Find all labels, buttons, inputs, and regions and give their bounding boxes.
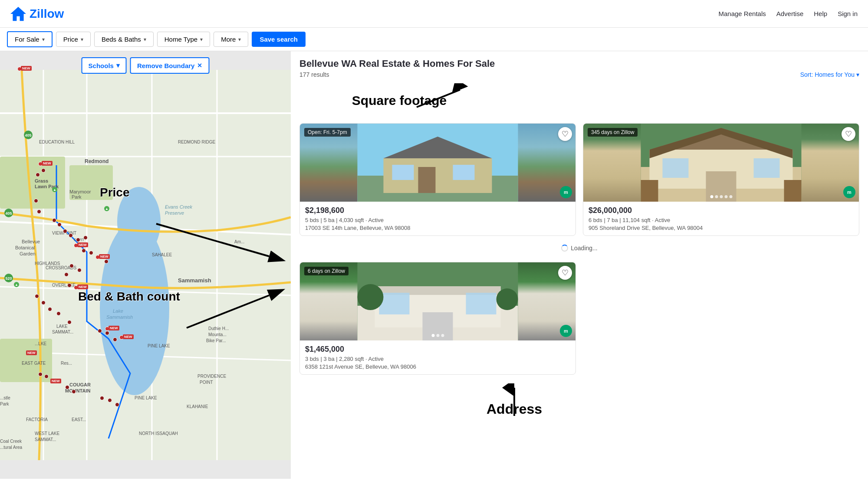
map-pin-new-label[interactable]: NEW [42, 161, 53, 166]
map-pin[interactable] [67, 320, 72, 324]
map-pin[interactable] [69, 233, 73, 238]
card-details: 3 bds | 3 ba | 2,280 sqft · Active [305, 356, 570, 362]
map-pin[interactable] [67, 283, 72, 288]
svg-rect-94 [663, 158, 689, 178]
svg-text:OVERLAKE: OVERLAKE [52, 283, 76, 288]
map-pin-new-label[interactable]: NEW [108, 326, 119, 330]
map-pin[interactable] [64, 272, 69, 277]
map-pin[interactable] [41, 301, 46, 305]
listings-panel: Bellevue WA Real Estate & Homes For Sale… [291, 51, 868, 479]
map-pin[interactable] [72, 389, 76, 394]
map-pin[interactable] [83, 235, 88, 240]
advertise-link[interactable]: Advertise [776, 10, 804, 17]
favorite-button[interactable]: ♡ [842, 127, 855, 141]
svg-text:...LKE: ...LKE [35, 341, 47, 346]
map-pin[interactable] [82, 249, 86, 253]
listing-card[interactable]: 6 days on Zillow ♡ m $1,465,000 3 bds | … [299, 262, 576, 375]
svg-rect-95 [754, 158, 780, 178]
svg-text:Park: Park [0, 402, 10, 406]
map-pin-new-label[interactable]: NEW [123, 334, 134, 339]
svg-rect-105 [466, 293, 496, 314]
map-pin[interactable] [48, 307, 52, 311]
map-pin-new-label[interactable]: NEW [21, 66, 32, 71]
map-pin[interactable] [76, 238, 80, 242]
map-pin[interactable] [57, 222, 62, 227]
map-pin-new-label[interactable]: NEW [26, 350, 37, 355]
main-content: 405 520 405 Grass Lawn Park Redmond Mary… [0, 51, 868, 479]
map-pin[interactable] [38, 372, 43, 376]
map-pin[interactable] [44, 374, 49, 379]
map-pin[interactable] [65, 385, 69, 389]
schools-button[interactable]: Schools ▾ [82, 57, 127, 74]
beds-baths-filter-button[interactable]: Beds & Baths ▾ [94, 32, 154, 47]
favorite-button[interactable]: ♡ [558, 266, 572, 280]
favorite-button[interactable]: ♡ [558, 127, 572, 141]
sign-in-link[interactable]: Sign in [838, 10, 858, 17]
map-pin[interactable] [41, 168, 46, 173]
listings-count: 177 results [299, 71, 329, 78]
card-image: 6 days on Zillow ♡ m [300, 262, 575, 340]
map-pin[interactable] [115, 402, 119, 407]
map-pin[interactable] [36, 173, 40, 177]
svg-rect-10 [0, 157, 65, 209]
svg-text:Coal Creek: Coal Creek [0, 439, 22, 444]
carousel-dot[interactable] [441, 334, 444, 337]
remove-boundary-button[interactable]: Remove Boundary ✕ [130, 57, 210, 74]
help-link[interactable]: Help [814, 10, 827, 17]
price-filter-button[interactable]: Price ▾ [56, 32, 91, 47]
svg-text:PINE LAKE: PINE LAKE [148, 343, 170, 348]
carousel-dot[interactable] [436, 334, 439, 337]
map-pin[interactable] [105, 331, 109, 335]
chevron-down-icon: ▾ [81, 36, 83, 43]
svg-text:...tural Area: ...tural Area [0, 445, 23, 450]
map-pin-new-label[interactable]: NEW [50, 379, 61, 383]
carousel-dot[interactable] [715, 195, 718, 198]
agent-icon: m [843, 186, 855, 198]
carousel-dot[interactable] [431, 334, 434, 337]
svg-text:Duthie H...: Duthie H... [208, 326, 229, 331]
card-badge: 345 days on Zillow [588, 128, 638, 137]
map-pin[interactable] [52, 218, 56, 222]
more-filter-button[interactable]: More ▾ [214, 32, 248, 47]
map-pin[interactable] [37, 209, 41, 214]
map-pin[interactable] [100, 396, 104, 400]
svg-text:520: 520 [5, 276, 12, 281]
svg-text:...stle: ...stle [0, 396, 10, 400]
map-pin-new-label[interactable]: NEW [77, 242, 88, 247]
chevron-down-icon: ▾ [200, 36, 203, 43]
chevron-down-icon: ▾ [856, 71, 859, 78]
map-pin[interactable] [108, 398, 112, 402]
map-pin[interactable] [69, 264, 74, 268]
map-pin[interactable] [104, 259, 108, 264]
carousel-dot[interactable] [720, 195, 723, 198]
map-pin-new-label[interactable]: NEW [99, 254, 110, 259]
map-pin[interactable] [113, 337, 117, 342]
for-sale-filter-button[interactable]: For Sale ▾ [7, 31, 53, 47]
listing-card[interactable]: 345 days on Zillow ♡ m $26,000,000 [583, 123, 859, 236]
map-pin-new-label[interactable]: NEW [77, 285, 88, 289]
svg-text:Am...: Am... [234, 239, 244, 244]
map-pin[interactable] [63, 229, 67, 233]
map-pin[interactable] [35, 294, 39, 298]
logo[interactable]: Zillow [10, 6, 64, 22]
listing-card[interactable]: Open: Fri. 5-7pm ♡ m $2,198,600 5 bds | … [299, 123, 576, 236]
carousel-dot[interactable] [729, 195, 732, 198]
sort-button[interactable]: Sort: Homes for You ▾ [800, 71, 859, 78]
logo-text: Zillow [30, 7, 64, 21]
map-pin[interactable] [34, 199, 38, 203]
card-details: 6 bds | 7 ba | 11,104 sqft · Active [589, 217, 854, 223]
map-pin[interactable] [56, 311, 61, 316]
listings-grid: Open: Fri. 5-7pm ♡ m $2,198,600 5 bds | … [299, 123, 859, 236]
svg-text:EAST...: EAST... [72, 417, 86, 422]
carousel-dot[interactable] [710, 195, 713, 198]
card-badge: Open: Fri. 5-7pm [304, 128, 351, 137]
home-type-filter-button[interactable]: Home Type ▾ [157, 32, 210, 47]
loading-area: Loading... [299, 236, 859, 260]
map-pin[interactable] [98, 329, 102, 333]
map-area[interactable]: 405 520 405 Grass Lawn Park Redmond Mary… [0, 51, 291, 479]
map-pin[interactable] [77, 268, 82, 272]
carousel-dot[interactable] [724, 195, 727, 198]
manage-rentals-link[interactable]: Manage Rentals [719, 10, 766, 17]
save-search-button[interactable]: Save search [252, 32, 306, 47]
map-pin[interactable] [89, 251, 93, 255]
